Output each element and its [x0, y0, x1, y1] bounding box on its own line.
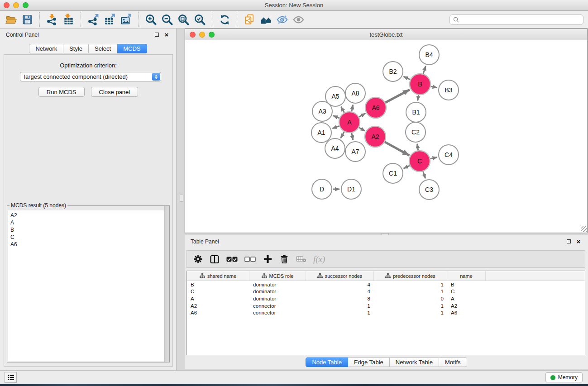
task-history-button[interactable] [5, 372, 17, 383]
mcds-result-item[interactable]: A2 [10, 212, 168, 219]
column-header-name[interactable]: name [447, 271, 486, 281]
node-A8[interactable]: A8 [345, 83, 365, 103]
node-B1[interactable]: B1 [406, 102, 426, 122]
node-A[interactable]: A [339, 112, 360, 133]
node-D1[interactable]: D1 [341, 179, 361, 199]
edge-A-A1[interactable] [332, 126, 339, 129]
search-field[interactable] [449, 14, 583, 25]
tab-style[interactable]: Style [63, 44, 89, 53]
resize-grip-icon[interactable] [581, 226, 587, 232]
vertical-splitter-handle[interactable] [180, 195, 183, 202]
float-panel-icon[interactable] [153, 31, 160, 38]
mcds-result-item[interactable]: C [10, 234, 168, 241]
svg-text:A3: A3 [318, 108, 326, 115]
network-canvas[interactable]: B4B2BB3A8A5A6A3B1AA1C2A2A4A7C4CC1C3DD1 [185, 40, 587, 233]
tab-network-table[interactable]: Network Table [390, 357, 439, 367]
tab-select[interactable]: Select [89, 44, 117, 53]
tab-mcds[interactable]: MCDS [117, 44, 147, 53]
edge-B-B1[interactable] [418, 95, 419, 101]
edge-A-A2[interactable] [359, 128, 365, 131]
zoom-selected-icon[interactable] [191, 12, 208, 27]
close-panel-icon[interactable]: × [163, 31, 170, 38]
zoom-fit-icon[interactable] [175, 12, 191, 27]
save-icon[interactable] [19, 12, 35, 27]
edge-A-A6[interactable] [359, 114, 365, 117]
zoom-in-icon[interactable] [143, 12, 159, 27]
split-columns-icon[interactable] [210, 253, 220, 265]
run-mcds-button[interactable]: Run MCDS [38, 87, 85, 97]
node-B[interactable]: B [410, 74, 430, 95]
edge-A2-C[interactable] [385, 142, 409, 156]
export-network-icon[interactable] [85, 12, 101, 27]
table-row[interactable]: A2connector11A2 [187, 302, 585, 310]
edge-A-A7[interactable] [352, 133, 353, 140]
edge-A6-B[interactable] [385, 90, 410, 103]
select-all-columns-icon[interactable] [226, 253, 238, 265]
node-B2[interactable]: B2 [383, 62, 403, 81]
edge-C-C4[interactable] [430, 157, 437, 159]
tab-node-table[interactable]: Node Table [306, 357, 348, 367]
delete-column-icon[interactable] [279, 253, 289, 265]
edge-B-B2[interactable] [404, 76, 411, 80]
edge-B-B3[interactable] [431, 86, 437, 88]
edge-A-A5[interactable] [341, 107, 344, 113]
node-D[interactable]: D [312, 179, 332, 199]
node-C3[interactable]: C3 [419, 180, 439, 200]
mcds-result-item[interactable]: A [10, 219, 168, 226]
criterion-dropdown[interactable]: largest connected component (directed) [20, 72, 161, 81]
table-row[interactable]: Cdominator41C [187, 288, 585, 295]
import-table-icon[interactable] [60, 12, 76, 27]
hide-selected-icon[interactable] [274, 12, 290, 27]
node-C[interactable]: C [409, 151, 430, 172]
mcds-result-item[interactable]: B [10, 226, 168, 234]
node-A7[interactable]: A7 [345, 142, 365, 162]
node-A3[interactable]: A3 [312, 101, 332, 121]
zoom-out-icon[interactable] [159, 12, 175, 27]
edge-A-A8[interactable] [352, 105, 353, 111]
mcds-result-item[interactable]: A6 [10, 241, 168, 248]
add-column-icon[interactable] [263, 253, 272, 265]
search-input[interactable] [461, 17, 580, 23]
node-B4[interactable]: B4 [419, 45, 439, 65]
node-C1[interactable]: C1 [383, 163, 403, 183]
mcds-list-scrollbar[interactable] [164, 206, 169, 362]
column-header-shared-name[interactable]: shared name [187, 271, 249, 281]
import-network-icon[interactable] [44, 12, 60, 27]
column-header-successor-nodes[interactable]: successor nodes [306, 271, 374, 281]
close-panel-button[interactable]: Close panel [91, 87, 139, 97]
close-table-panel-icon[interactable]: × [575, 238, 582, 245]
duplicate-network-icon[interactable] [241, 12, 258, 27]
gear-icon[interactable] [193, 253, 203, 265]
table-row[interactable]: Adominator80A [187, 295, 585, 302]
node-A6[interactable]: A6 [365, 97, 386, 118]
open-icon[interactable] [3, 12, 19, 27]
tab-network[interactable]: Network [29, 44, 63, 53]
memory-button[interactable]: Memory [545, 372, 583, 382]
tab-edge-table[interactable]: Edge Table [348, 357, 390, 367]
export-table-icon[interactable] [101, 12, 118, 27]
show-all-icon[interactable] [290, 12, 306, 27]
tab-motifs[interactable]: Motifs [439, 357, 467, 367]
table-row[interactable]: Bdominator41B [187, 281, 585, 288]
column-header-predecessor-nodes[interactable]: predecessor nodes [374, 271, 447, 281]
float-table-panel-icon[interactable] [565, 238, 572, 245]
node-A2[interactable]: A2 [365, 126, 386, 147]
export-image-icon[interactable] [118, 12, 134, 27]
edge-C-C2[interactable] [417, 144, 418, 150]
first-neighbors-icon[interactable] [258, 12, 274, 27]
table-row[interactable]: A6connector11A6 [187, 309, 585, 316]
node-B3[interactable]: B3 [439, 80, 459, 100]
node-A1[interactable]: A1 [311, 123, 331, 143]
edge-B-B4[interactable] [423, 66, 425, 74]
edge-A-A4[interactable] [341, 132, 344, 138]
edge-A-A3[interactable] [333, 116, 339, 118]
column-header-mcds-role[interactable]: MCDS role [249, 271, 306, 281]
deselect-all-columns-icon[interactable] [244, 253, 256, 265]
refresh-icon[interactable] [216, 12, 233, 27]
mcds-result-list[interactable]: A2ABCA6 [8, 210, 168, 361]
edge-C-C1[interactable] [404, 166, 410, 168]
node-A4[interactable]: A4 [325, 138, 345, 158]
edge-C-C3[interactable] [423, 172, 425, 179]
node-C4[interactable]: C4 [439, 145, 459, 165]
node-C2[interactable]: C2 [406, 122, 425, 142]
